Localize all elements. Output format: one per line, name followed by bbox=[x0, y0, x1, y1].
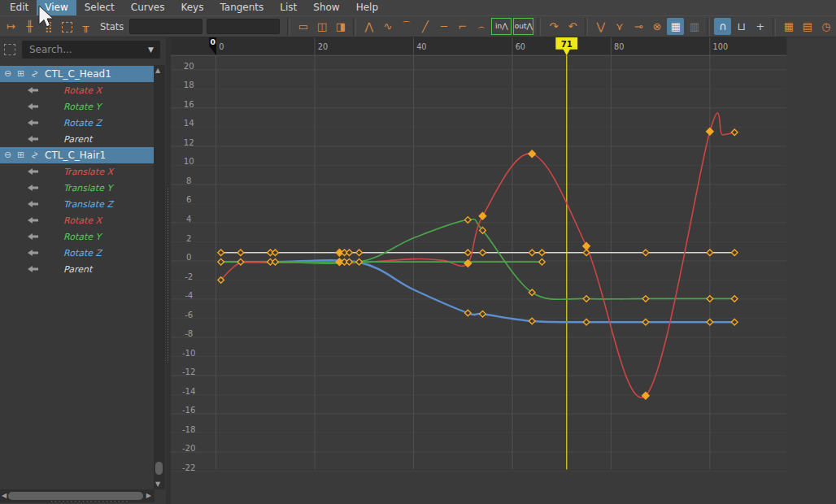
retime-keys-icon[interactable]: ╥ bbox=[77, 18, 94, 35]
panel-resize-grip[interactable]: ···················· bbox=[50, 497, 129, 504]
lattice-deform-keys-icon[interactable]: ⣿ bbox=[40, 18, 57, 35]
filter-selection-icon[interactable] bbox=[4, 44, 15, 55]
time-snap-icon[interactable]: ∩ bbox=[714, 18, 731, 35]
tree-node-ctl-c-hair1[interactable]: ⊖⊞∿CTL_C_Hair1 bbox=[0, 147, 154, 163]
unify-tangents-icon[interactable]: ⋎ bbox=[611, 18, 628, 35]
tree-channel-rotate-z[interactable]: Rotate Z bbox=[0, 245, 154, 261]
auto-tangent-icon[interactable]: ⋀ bbox=[360, 18, 377, 35]
channel-label: Rotate X bbox=[63, 85, 102, 96]
menu-item-show[interactable]: Show bbox=[305, 0, 347, 15]
tree-channel-translate-z[interactable]: Translate Z bbox=[0, 196, 154, 212]
y-tick-label: -20 bbox=[182, 444, 196, 453]
insert-keys-icon[interactable]: ╫ bbox=[21, 18, 38, 35]
stats-field-1[interactable] bbox=[129, 19, 202, 34]
tree-channel-translate-y[interactable]: Translate Y bbox=[0, 180, 154, 196]
node-label: CTL_C_Head1 bbox=[45, 68, 111, 80]
channel-key-icon bbox=[27, 167, 39, 176]
y-tick-label: -12 bbox=[182, 367, 196, 376]
menu-item-tangents[interactable]: Tangents bbox=[211, 0, 272, 15]
toolbar-separator bbox=[773, 18, 776, 36]
tree-channel-parent[interactable]: Parent bbox=[0, 131, 154, 147]
y-tick-label: -18 bbox=[182, 425, 196, 434]
scroll-right-icon[interactable]: ▶ bbox=[146, 492, 151, 499]
time-ruler[interactable] bbox=[171, 37, 786, 55]
y-tick-label: -2 bbox=[185, 272, 193, 281]
menu-item-curves[interactable]: Curves bbox=[123, 0, 173, 15]
search-input[interactable]: Search... ▼ bbox=[22, 41, 160, 59]
curve-graph-area[interactable]: 20181614121086420-2-4-6-8-10-12-14-16-18… bbox=[171, 37, 836, 504]
scroll-up-icon[interactable]: ▲ bbox=[155, 67, 160, 74]
spreadsheet-view-icon[interactable]: ▦ bbox=[780, 18, 797, 35]
tree-channel-translate-x[interactable]: Translate X bbox=[0, 163, 154, 180]
tree-channel-rotate-y[interactable]: Rotate Y bbox=[0, 98, 154, 115]
channel-label: Rotate Z bbox=[63, 248, 102, 259]
y-tick-label: -4 bbox=[185, 291, 193, 300]
channel-key-icon bbox=[27, 119, 39, 127]
channel-key-icon bbox=[27, 86, 39, 94]
channel-label: Rotate Y bbox=[63, 232, 101, 242]
plateau-tangent-icon[interactable]: ⌢ bbox=[472, 18, 490, 35]
tree-channel-rotate-z[interactable]: Rotate Z bbox=[0, 115, 154, 131]
stats-field-2[interactable] bbox=[207, 19, 280, 34]
menu-item-edit[interactable]: Edit bbox=[2, 0, 37, 15]
stacked-view-toggle-icon[interactable]: ▦ bbox=[667, 18, 684, 35]
spline-tangent-icon[interactable]: ∿ bbox=[379, 18, 396, 35]
x-tick-label: 40 bbox=[416, 42, 426, 51]
menu-item-list[interactable]: List bbox=[272, 0, 305, 15]
break-tangents-icon[interactable]: ⋁ bbox=[592, 18, 609, 35]
graph-background[interactable] bbox=[171, 37, 786, 469]
menu-item-view[interactable]: View bbox=[37, 0, 76, 15]
scroll-down-icon[interactable]: ▼ bbox=[155, 480, 160, 488]
in-tangent-icon[interactable]: in⋀ bbox=[491, 18, 512, 35]
buffer-curve-snapshot-icon[interactable]: ↷ bbox=[545, 18, 562, 35]
menu-item-select[interactable]: Select bbox=[76, 0, 123, 15]
linear-tangent-icon[interactable]: ╱ bbox=[416, 18, 433, 35]
splitter-handle-dots bbox=[168, 188, 168, 363]
step-tangent-icon[interactable]: ⌐ bbox=[454, 18, 471, 35]
menu-item-help[interactable]: Help bbox=[348, 0, 386, 15]
pre-infinity-cycle-icon[interactable]: ▥ bbox=[686, 18, 703, 35]
move-nearest-picked-key-icon[interactable]: ↦ bbox=[2, 18, 20, 35]
y-tick-label: 18 bbox=[184, 80, 194, 89]
free-tangent-weight-icon[interactable]: ⊸ bbox=[629, 18, 647, 35]
swap-buffer-curve-icon[interactable]: ↶ bbox=[564, 18, 581, 35]
x-tick-label: 60 bbox=[516, 42, 525, 51]
center-current-time-icon[interactable]: ◨ bbox=[332, 18, 349, 35]
channel-key-icon bbox=[27, 249, 39, 257]
x-tick-label: 0 bbox=[219, 42, 224, 51]
menu-item-keys[interactable]: Keys bbox=[172, 0, 211, 15]
clamped-tangent-icon[interactable]: ⌒ bbox=[398, 18, 415, 35]
value-snap-icon[interactable]: ⊔ bbox=[733, 18, 750, 35]
channel-outliner-panel: Search... ▼ ⊖⊞∿CTL_C_Head1Rotate XRotate… bbox=[0, 37, 166, 504]
out-tangent-icon[interactable]: out⋀ bbox=[513, 18, 533, 35]
expand-icon[interactable]: ⊞ bbox=[17, 150, 24, 160]
region-select-keys-icon[interactable] bbox=[59, 18, 76, 35]
y-tick-label: 2 bbox=[186, 234, 191, 243]
time-editor-icon[interactable]: ◷ bbox=[817, 18, 834, 35]
y-tick-label: 0 bbox=[186, 253, 191, 262]
range-start-label: 0 bbox=[211, 37, 216, 46]
collapse-icon[interactable]: ⊖ bbox=[4, 150, 11, 160]
lock-tangent-weight-icon[interactable]: ⊗ bbox=[648, 18, 665, 35]
channel-tree: ⊖⊞∿CTL_C_Head1Rotate XRotate YRotate ZPa… bbox=[0, 65, 154, 489]
vertical-scroll-thumb[interactable] bbox=[155, 462, 163, 475]
frame-playback-range-icon[interactable]: ◫ bbox=[313, 18, 330, 35]
key-nudge-icon[interactable]: + bbox=[751, 18, 769, 35]
search-dropdown-icon[interactable]: ▼ bbox=[148, 46, 154, 54]
expand-icon[interactable]: ⊞ bbox=[17, 69, 24, 79]
tree-channel-rotate-x[interactable]: Rotate X bbox=[0, 212, 154, 228]
flat-tangent-icon[interactable]: ─ bbox=[435, 18, 452, 35]
channel-label: Rotate X bbox=[63, 215, 102, 226]
tree-node-ctl-c-head1[interactable]: ⊖⊞∿CTL_C_Head1 bbox=[0, 66, 154, 82]
toolbar-separator bbox=[707, 18, 710, 36]
tree-channel-parent[interactable]: Parent bbox=[0, 261, 154, 277]
dope-sheet-icon[interactable]: ▤ bbox=[799, 18, 816, 35]
tree-channel-rotate-y[interactable]: Rotate Y bbox=[0, 228, 154, 245]
collapse-icon[interactable]: ⊖ bbox=[4, 69, 11, 79]
tree-vertical-scrollbar[interactable]: ▲ ▼ bbox=[154, 65, 165, 489]
tree-channel-rotate-x[interactable]: Rotate X bbox=[0, 82, 154, 98]
frame-all-icon[interactable]: ▭ bbox=[294, 18, 311, 35]
scroll-left-icon[interactable]: ◀ bbox=[2, 492, 7, 499]
y-tick-label: -6 bbox=[185, 311, 193, 319]
toolbar: ↦╫⣿╥Stats▭◫◨⋀∿⌒╱─⌐⌢in⋀out⋀↷↶⋁⋎⊸⊗▦▥∩⊔+▦▤◷ bbox=[0, 15, 836, 37]
